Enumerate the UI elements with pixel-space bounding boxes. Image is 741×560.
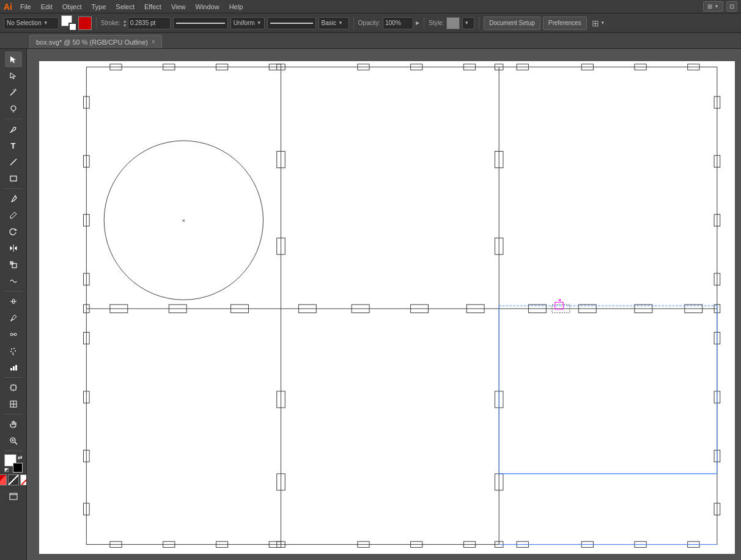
brush-style-dropdown[interactable]: Basic ▼ [319,17,349,29]
hand-tool[interactable] [5,416,22,432]
document-tab[interactable]: box.svg* @ 50 % (RGB/CPU Outline) × [29,35,162,48]
active-fill-box[interactable] [78,17,92,30]
default-colors-icon[interactable]: ◩ [4,467,9,473]
brush-style-line [267,17,316,29]
stroke-line-control [173,17,228,29]
menu-file[interactable]: File [16,2,35,12]
bottom-tools [5,488,22,504]
svg-text:×: × [182,217,185,224]
warp-tool[interactable] [5,273,22,289]
arrange-arrow[interactable]: ▼ [600,20,605,26]
selection-dropdown[interactable]: No Selection ▼ [4,17,59,29]
scale-tool[interactable] [5,257,22,273]
slice-tool[interactable] [5,396,22,412]
menu-edit[interactable]: Edit [37,2,57,12]
color-area: ⇄ ◩ [0,453,27,487]
opacity-input[interactable] [383,17,413,29]
eyedropper-tool[interactable] [5,310,22,326]
menu-window[interactable]: Window [191,2,224,12]
rectangle-tool[interactable] [5,171,22,186]
selection-label: No Selection [7,20,42,26]
text-tool[interactable]: T [5,138,22,153]
brush-style-label: Basic [322,20,336,26]
menu-object[interactable]: Object [58,2,86,12]
menu-select[interactable]: Select [111,2,139,12]
fill-stroke-selector[interactable]: ⇄ ◩ [4,454,23,473]
menu-view[interactable]: View [167,2,190,12]
stroke-type-label: Uniform [234,20,255,26]
stroke-down-arrow[interactable]: ▼ [123,23,127,28]
symbol-sprayer-tool[interactable] [5,343,22,359]
pen-tool[interactable] [5,121,22,137]
stroke-color-box-small [68,23,77,31]
lasso-tool[interactable] [5,101,22,117]
svg-point-23 [15,350,16,352]
screen-icon: ⊡ [729,3,734,10]
reflect-tool[interactable] [5,240,22,256]
svg-rect-10 [10,176,17,181]
tab-close-button[interactable]: × [152,39,155,45]
zoom-tool[interactable] [5,433,22,449]
opacity-label: Opacity: [358,20,381,26]
tab-title: box.svg* @ 50 % (RGB/CPU Outline) [36,39,148,46]
width-tool[interactable] [5,293,22,309]
pencil-tool[interactable] [5,207,22,223]
svg-point-18 [10,333,13,336]
gradient-fill-btn[interactable] [8,474,19,485]
tool-sep-2 [4,188,23,189]
stroke-indicator [13,463,23,473]
svg-line-8 [10,132,11,133]
selection-tool[interactable] [5,51,22,67]
style-dropdown[interactable]: ▼ [462,17,474,29]
menu-type[interactable]: Type [87,2,111,12]
screen-mode-btn[interactable]: ⊡ [726,1,737,12]
preferences-button[interactable]: Preferences [543,17,587,30]
swap-colors-icon[interactable]: ⇄ [18,454,23,460]
arrange-controls: ⊞ ▼ [592,18,605,28]
tool-sep-6 [4,451,23,451]
svg-point-19 [14,333,17,336]
svg-marker-13 [15,246,17,250]
blend-tool[interactable] [5,326,22,342]
arrange-icon[interactable]: ⊞ [592,18,599,28]
workspace-switcher[interactable]: ⊞ ▼ [703,1,723,12]
stroke-label: Stroke: [101,20,120,26]
tool-sep-5 [4,414,23,414]
direct-selection-tool[interactable] [5,68,22,84]
svg-rect-42 [86,67,717,545]
style-label: Style: [429,20,444,26]
svg-marker-12 [10,246,12,250]
app-logo: Ai [4,2,12,12]
toolbar: No Selection ▼ Stroke: ▲ ▼ Uniform ▼ Bas… [0,13,741,33]
menu-help[interactable]: Help [225,2,248,12]
line-tool[interactable] [5,154,22,170]
change-screen-mode-btn[interactable] [5,488,22,504]
canvas: × ◂ [39,61,735,554]
color-fill-btn[interactable] [0,474,7,485]
sep1 [96,17,97,29]
magic-wand-tool[interactable] [5,84,22,100]
tab-bar: box.svg* @ 50 % (RGB/CPU Outline) × [0,33,741,49]
fill-stroke-indicator[interactable] [61,15,77,31]
artboard-tool[interactable] [5,380,22,396]
paintbrush-tool[interactable] [5,191,22,207]
none-fill-btn[interactable] [20,474,28,485]
svg-marker-0 [10,56,16,63]
canvas-area: × ◂ [27,49,741,560]
svg-line-5 [15,90,17,90]
stroke-width-input[interactable] [128,17,171,29]
sep4 [479,17,479,29]
column-graph-tool[interactable] [5,359,22,375]
stroke-type-dropdown[interactable]: Uniform ▼ [230,17,265,29]
stroke-up-arrow[interactable]: ▲ [123,19,127,23]
svg-rect-25 [10,368,12,370]
opacity-arrow[interactable]: ▶ [416,20,419,26]
rotate-tool[interactable] [5,224,22,240]
style-box[interactable] [446,17,460,29]
svg-point-24 [10,351,12,352]
main-area: T [0,49,741,560]
document-setup-button[interactable]: Document Setup [484,17,540,30]
sep2 [353,17,354,29]
menu-effect[interactable]: Effect [140,2,166,12]
svg-line-3 [13,89,14,90]
